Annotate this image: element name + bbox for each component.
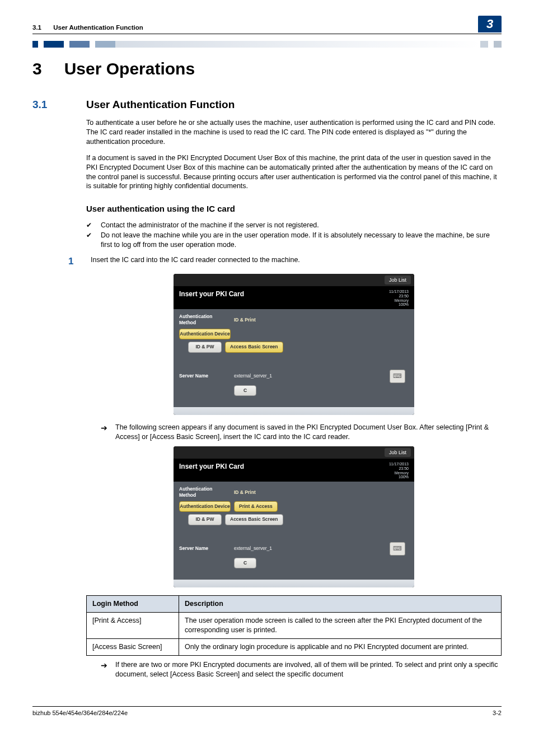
paragraph-2: If a document is saved in the PKI Encryp… (86, 153, 502, 192)
result-note-1: ➔ The following screen appears if any do… (101, 423, 502, 442)
login-method-table: Login Method Description [Print & Access… (86, 595, 502, 656)
screen-title: Insert your PKI Card (179, 462, 244, 479)
clear-button[interactable]: C (234, 558, 256, 568)
id-pw-button[interactable]: ID & PW (188, 514, 222, 525)
h2-text: User Authentication Function (86, 97, 235, 112)
col-header-desc: Description (179, 596, 502, 613)
screen-title: Insert your PKI Card (179, 290, 244, 307)
footer-page: 3-2 (493, 709, 502, 717)
col-header-method: Login Method (87, 596, 179, 613)
step-text: Insert the IC card into the IC card read… (91, 255, 300, 268)
device-screenshot-2: Job List Insert your PKI Card 11/17/2013… (174, 446, 414, 587)
result-note-2: ➔ If there are two or more PKI Encrypted… (101, 660, 502, 679)
server-name-value: external_server_1 (234, 373, 272, 379)
header-section-title: User Authentication Function (53, 24, 143, 31)
table-row: [Print & Access] The user operation mode… (87, 613, 502, 639)
job-list-tab[interactable]: Job List (385, 276, 411, 284)
step-number: 1 (68, 255, 77, 268)
chapter-tab: 3 (478, 16, 502, 32)
arrow-text-2: If there are two or more PKI Encrypted d… (115, 660, 502, 679)
arrow-icon: ➔ (101, 660, 110, 679)
arrow-text-1: The following screen appears if any docu… (115, 423, 502, 442)
table-row: [Access Basic Screen] Only the ordinary … (87, 638, 502, 655)
server-name-value: external_server_1 (234, 545, 272, 552)
page-footer: bizhub 554e/454e/364e/284e/224e 3-2 (32, 706, 502, 717)
id-pw-button[interactable]: ID & PW (188, 342, 222, 352)
heading-1: 3 User Operations (32, 58, 502, 81)
job-list-tab[interactable]: Job List (385, 448, 411, 457)
screen-meta: 11/17/2013 23:50 Memory 100% (389, 462, 409, 479)
cell-method: [Print & Access] (87, 613, 179, 639)
cell-desc: Only the ordinary login procedure is app… (179, 638, 502, 655)
check-text-2: Do not leave the machine while you are i… (101, 231, 502, 250)
auth-method-value: ID & Print (234, 317, 256, 323)
heading-2: 3.1 User Authentication Function (32, 97, 502, 112)
h1-text: User Operations (64, 58, 195, 81)
cell-desc: The user operation mode screen is called… (179, 613, 502, 639)
auth-device-button[interactable]: Authentication Device (179, 501, 231, 512)
clear-button[interactable]: C (234, 385, 256, 396)
access-basic-button[interactable]: Access Basic Screen (225, 342, 283, 352)
auth-method-label: Authentication Method (179, 314, 231, 326)
check-text-1: Contact the administrator of the machine… (101, 221, 319, 230)
device-screenshot-1: Job List Insert your PKI Card 11/17/2013… (174, 274, 414, 415)
screen-meta: 11/17/2013 23:50 Memory 100% (389, 290, 409, 307)
access-basic-button[interactable]: Access Basic Screen (225, 514, 283, 525)
h2-number: 3.1 (32, 97, 64, 112)
cell-method: [Access Basic Screen] (87, 638, 179, 655)
print-access-button[interactable]: Print & Access (234, 501, 278, 512)
checkmark-icon: ✔ (86, 231, 93, 250)
h1-number: 3 (32, 58, 42, 81)
auth-method-label: Authentication Method (179, 486, 231, 499)
paragraph-1: To authenticate a user before he or she … (86, 118, 502, 147)
footer-model: bizhub 554e/454e/364e/284e/224e (32, 709, 128, 717)
server-name-label: Server Name (179, 545, 231, 552)
server-name-label: Server Name (179, 373, 231, 379)
keyboard-icon[interactable]: ⌨ (390, 542, 405, 556)
header-section-number: 3.1 (32, 24, 41, 31)
auth-device-button[interactable]: Authentication Device (179, 329, 231, 339)
checkmark-icon: ✔ (86, 221, 93, 230)
heading-3: User authentication using the IC card (86, 203, 502, 214)
step-1: 1 Insert the IC card into the IC card re… (68, 255, 502, 268)
decorative-stripe (32, 41, 502, 48)
arrow-icon: ➔ (101, 423, 110, 442)
running-header: 3.1 User Authentication Function (32, 24, 143, 32)
auth-method-value: ID & Print (234, 489, 256, 496)
prerequisite-list: ✔ Contact the administrator of the machi… (86, 221, 502, 250)
keyboard-icon[interactable]: ⌨ (390, 370, 405, 383)
